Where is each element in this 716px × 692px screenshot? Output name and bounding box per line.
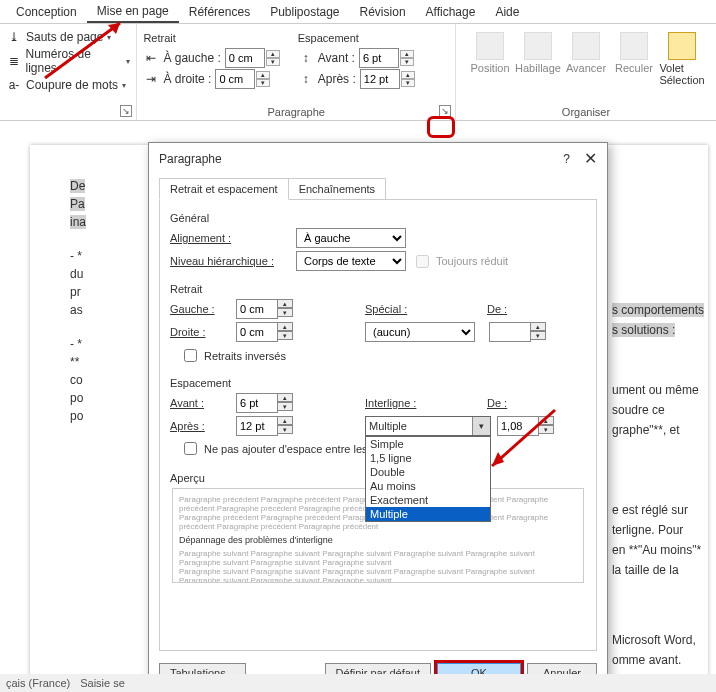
tab-line-breaks[interactable]: Enchaînements	[289, 178, 386, 200]
before-label: Avant :	[170, 397, 230, 409]
mirror-indent-label: Retraits inversés	[204, 350, 286, 362]
spacing-section: Espacement	[170, 377, 586, 389]
indent-section: Retrait	[170, 283, 586, 295]
indent-right-label: À droite :	[163, 72, 211, 86]
position-icon	[476, 32, 504, 60]
indent-left-icon: ⇤	[143, 50, 159, 66]
tab-revision[interactable]: Révision	[350, 2, 416, 22]
option-simple[interactable]: Simple	[366, 437, 490, 451]
indent-left-label: À gauche :	[163, 51, 220, 65]
paragraph-group-title: Paragraphe	[137, 106, 455, 118]
indent-right-input[interactable]: ▴▾	[236, 322, 293, 342]
status-save: Saisie se	[80, 677, 125, 689]
space-before-icon: ↕	[298, 50, 314, 66]
option-exactly[interactable]: Exactement	[366, 493, 490, 507]
doc-right-fragments: s comportements s solutions : ument ou m…	[612, 300, 704, 670]
alignment-label: Alignement :	[170, 232, 290, 244]
indent-by-input[interactable]: ▴▾	[489, 322, 546, 342]
tab-conception[interactable]: Conception	[6, 2, 87, 22]
line-numbers-button[interactable]: ≣Numéros de lignes▾	[6, 47, 130, 75]
paragraph-dialog: Paragraphe ? ✕ Retrait et espacement Enc…	[148, 142, 608, 690]
space-after-icon: ↕	[298, 71, 314, 87]
breaks-label: Sauts de page	[26, 30, 103, 44]
space-after-label: Après :	[318, 72, 356, 86]
space-after-spinner[interactable]: ▴▾	[360, 69, 415, 89]
no-space-checkbox[interactable]	[184, 442, 197, 455]
tab-indent-spacing[interactable]: Retrait et espacement	[159, 178, 289, 200]
dialog-title: Paragraphe	[159, 152, 222, 166]
line-spacing-dropdown[interactable]: Simple 1,5 ligne Double Au moins Exactem…	[365, 436, 491, 522]
spacing-at-label: De :	[487, 397, 517, 409]
option-double[interactable]: Double	[366, 465, 490, 479]
outline-select[interactable]: Corps de texte	[296, 251, 406, 271]
tab-references[interactable]: Références	[179, 2, 260, 22]
indent-title: Retrait	[143, 32, 279, 44]
line-spacing-label: Interligne :	[365, 397, 435, 409]
indent-by-label: De :	[487, 303, 517, 315]
wrap-button[interactable]: Habillage	[516, 32, 560, 86]
paragraph-launcher[interactable]: ↘	[439, 105, 451, 117]
before-input[interactable]: ▴▾	[236, 393, 293, 413]
line-spacing-select[interactable]: Multiple ▾	[365, 416, 491, 436]
ribbon-body: ⤓Sauts de page▾ ≣Numéros de lignes▾ a-Co…	[0, 24, 716, 121]
chevron-down-icon: ▾	[472, 417, 490, 435]
breaks-button[interactable]: ⤓Sauts de page▾	[6, 29, 130, 45]
option-1-5[interactable]: 1,5 ligne	[366, 451, 490, 465]
hyphenation-button[interactable]: a-Coupure de mots▾	[6, 77, 130, 93]
spacing-title: Espacement	[298, 32, 415, 44]
option-at-least[interactable]: Au moins	[366, 479, 490, 493]
help-button[interactable]: ?	[563, 152, 570, 166]
after-label: Après :	[170, 420, 230, 432]
spacing-at-input[interactable]: ▴▾	[497, 416, 554, 436]
collapsed-label: Toujours réduit	[436, 255, 508, 267]
page-setup-launcher[interactable]: ↘	[120, 105, 132, 117]
ribbon-tabs: Conception Mise en page Références Publi…	[0, 0, 716, 24]
forward-button[interactable]: Avancer	[564, 32, 608, 86]
hyphenation-icon: a-	[6, 77, 22, 93]
collapsed-checkbox	[416, 255, 429, 268]
selection-label: Volet Sélection	[659, 62, 704, 86]
tab-aide[interactable]: Aide	[485, 2, 529, 22]
tab-affichage[interactable]: Affichage	[416, 2, 486, 22]
selection-pane-button[interactable]: Volet Sélection	[660, 32, 704, 86]
wrap-icon	[524, 32, 552, 60]
hyphenation-label: Coupure de mots	[26, 78, 118, 92]
mirror-indent-checkbox[interactable]	[184, 349, 197, 362]
position-button[interactable]: Position	[468, 32, 512, 86]
outline-label: Niveau hiérarchique :	[170, 255, 290, 267]
line-numbers-icon: ≣	[6, 53, 22, 69]
line-numbers-label: Numéros de lignes	[26, 47, 123, 75]
indent-left-spinner[interactable]: ▴▾	[225, 48, 280, 68]
space-before-label: Avant :	[318, 51, 355, 65]
selection-icon	[668, 32, 696, 60]
special-select[interactable]: (aucun)	[365, 322, 475, 342]
indent-right-label: Droite :	[170, 326, 230, 338]
space-before-spinner[interactable]: ▴▾	[359, 48, 414, 68]
chevron-down-icon: ▾	[107, 33, 111, 42]
tab-mise-en-page[interactable]: Mise en page	[87, 1, 179, 23]
wrap-label: Habillage	[515, 62, 561, 74]
forward-label: Avancer	[566, 62, 606, 74]
indent-left-input[interactable]: ▴▾	[236, 299, 293, 319]
chevron-down-icon: ▾	[122, 81, 126, 90]
alignment-select[interactable]: À gauche	[296, 228, 406, 248]
close-button[interactable]: ✕	[584, 149, 597, 168]
forward-icon	[572, 32, 600, 60]
status-language[interactable]: çais (France)	[6, 677, 70, 689]
status-bar: çais (France) Saisie se	[0, 674, 716, 692]
indent-right-spinner[interactable]: ▴▾	[215, 69, 270, 89]
indent-left-label: Gauche :	[170, 303, 230, 315]
backward-icon	[620, 32, 648, 60]
chevron-down-icon: ▾	[126, 57, 130, 66]
option-multiple[interactable]: Multiple	[366, 507, 490, 521]
backward-label: Reculer	[615, 62, 653, 74]
backward-button[interactable]: Reculer	[612, 32, 656, 86]
indent-right-icon: ⇥	[143, 71, 159, 87]
special-label: Spécial :	[365, 303, 425, 315]
page-break-icon: ⤓	[6, 29, 22, 45]
arrange-group-title: Organiser	[456, 106, 716, 118]
position-label: Position	[470, 62, 509, 74]
general-section: Général	[170, 212, 586, 224]
after-input[interactable]: ▴▾	[236, 416, 293, 436]
tab-publipostage[interactable]: Publipostage	[260, 2, 349, 22]
